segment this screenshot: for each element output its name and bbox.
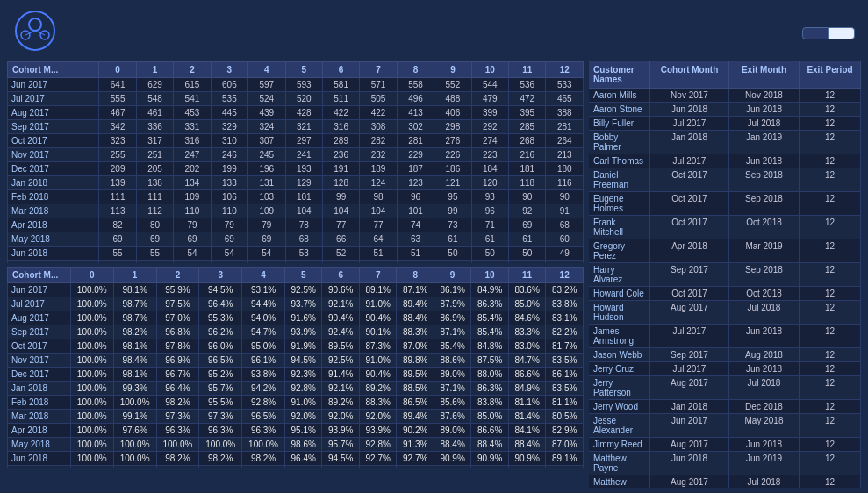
table-row: Feb 2018100.0%100.0%98.2%95.5%92.8%91.0%…: [8, 396, 584, 410]
right-cell: 12: [800, 154, 861, 168]
list-item: Bobby PalmerJan 2018Jan 201912: [589, 131, 861, 154]
table-cell: 184: [471, 162, 508, 176]
right-cell: Sep 2018: [729, 263, 800, 286]
table-row: May 201869696969696866646361616160: [8, 232, 584, 246]
right-cell: Gregory Perez: [589, 239, 650, 262]
right-cell: 12: [800, 438, 861, 451]
table-cell: 413: [397, 106, 434, 120]
right-cell: Jimmy Reed: [589, 438, 650, 451]
col-header-0: Cohort M...: [8, 268, 71, 283]
table-cell: 92.7%: [359, 452, 396, 466]
cohort-pct-table-container[interactable]: Cohort M...0123456789101112Jun 2017100.0…: [7, 267, 584, 468]
right-cell: Howard Cole: [589, 287, 650, 300]
table-cell: Sep 2017: [8, 325, 71, 339]
table-cell: 100.0%: [70, 410, 113, 424]
table-cell: 87.6%: [434, 410, 470, 424]
cohort-count-table-container[interactable]: Cohort M...0123456789101112Jun 201764162…: [7, 61, 584, 263]
table-cell: 92.8%: [242, 396, 285, 410]
right-cell: 12: [800, 301, 861, 324]
table-cell: 292: [471, 120, 508, 134]
table-cell: 85.7%: [397, 466, 434, 469]
table-cell: 86.3%: [471, 382, 508, 396]
col-header-2: 1: [113, 268, 156, 283]
table-cell: 96.3%: [199, 424, 242, 438]
table-cell: 138: [136, 176, 173, 190]
list-item: Frank MitchellOct 2017Oct 201812: [589, 216, 861, 239]
table-cell: 98.2%: [199, 452, 242, 466]
table-cell: 90.4%: [359, 311, 396, 325]
table-cell: 98.1%: [113, 339, 156, 354]
table-cell: 196: [248, 162, 285, 176]
right-cell: 12: [800, 131, 861, 154]
col-header-0: Cohort M...: [8, 62, 99, 78]
table-cell: 96: [397, 190, 434, 204]
table-cell: 80: [136, 218, 173, 232]
table-cell: 246: [211, 148, 247, 162]
table-cell: 89.4%: [397, 410, 434, 424]
table-cell: 399: [471, 106, 508, 120]
table-cell: 84.1%: [508, 424, 545, 438]
right-cell: Jul 2017: [650, 362, 729, 375]
table-cell: 86.9%: [434, 311, 470, 325]
table-cell: 100.0%: [70, 424, 113, 438]
table-cell: 336: [136, 120, 173, 134]
right-cell: 12: [800, 239, 861, 262]
table-cell: 548: [136, 92, 173, 106]
table-cell: 90.9%: [434, 452, 470, 466]
right-cell: Oct 2017: [650, 192, 729, 215]
right-cell: 12: [800, 103, 861, 116]
table-cell: 236: [322, 148, 359, 162]
table-cell: 78: [285, 218, 322, 232]
table-cell: 37: [285, 261, 322, 264]
table-cell: 98.2%: [113, 325, 156, 339]
table-cell: 84.6%: [508, 311, 545, 325]
table-cell: 74: [397, 218, 434, 232]
table-cell: 118: [509, 176, 546, 190]
col-header-7: 6: [322, 268, 359, 283]
customer-churning-button[interactable]: [802, 27, 829, 39]
table-cell: 93.8%: [242, 368, 285, 382]
table-cell: 87.0%: [397, 339, 434, 354]
table-cell: 324: [248, 120, 285, 134]
table-cell: 247: [174, 148, 211, 162]
list-item: Matthew WelchAug 2017Jul 201812: [589, 475, 861, 488]
table-cell: 92.5%: [322, 354, 359, 368]
right-table-body[interactable]: Aaron MillsNov 2017Nov 201812Aaron Stone…: [589, 89, 861, 488]
table-cell: 96.3%: [242, 424, 285, 438]
table-cell: 191: [322, 162, 359, 176]
table-cell: 96.4%: [199, 297, 242, 311]
right-cell: 12: [800, 192, 861, 215]
table-cell: 593: [285, 78, 322, 92]
table-cell: 96.4%: [156, 382, 199, 396]
list-item: Jason WebbSep 2017Aug 201812: [589, 348, 861, 362]
table-cell: 95.2%: [156, 466, 199, 469]
right-cell: Frank Mitchell: [589, 216, 650, 239]
right-cell: Matthew Payne: [589, 452, 650, 475]
table-row: Feb 201811111110910610310199989695939090: [8, 190, 584, 204]
table-cell: 90.9%: [471, 452, 508, 466]
table-cell: Feb 2018: [8, 396, 71, 410]
right-cell: Jun 2018: [729, 154, 800, 168]
table-cell: Jun 2018: [8, 452, 71, 466]
right-cell: Jul 2018: [729, 301, 800, 324]
table-cell: 98.7%: [113, 311, 156, 325]
table-cell: 100.0%: [113, 396, 156, 410]
table-cell: 281: [397, 134, 434, 148]
table-cell: 316: [174, 134, 211, 148]
table-cell: 53: [285, 246, 322, 261]
table-cell: 99: [434, 204, 471, 218]
table-row: Aug 2017100.0%98.7%97.0%95.3%94.0%91.6%9…: [8, 311, 584, 325]
table-cell: 93.7%: [284, 297, 321, 311]
table-cell: 555: [99, 92, 136, 106]
customer-retention-button[interactable]: [829, 27, 855, 39]
right-col-header-1: Cohort Month: [650, 61, 729, 88]
table-cell: 641: [99, 78, 136, 92]
col-header-2: 1: [136, 62, 173, 78]
right-cell: 12: [800, 325, 861, 347]
left-panel: Cohort M...0123456789101112Jun 201764162…: [7, 61, 584, 488]
right-cell: Jerry Patterson: [589, 376, 650, 399]
table-cell: 89.0%: [434, 368, 470, 382]
table-cell: 536: [509, 78, 546, 92]
table-cell: 36: [322, 261, 359, 264]
table-cell: 445: [211, 106, 247, 120]
